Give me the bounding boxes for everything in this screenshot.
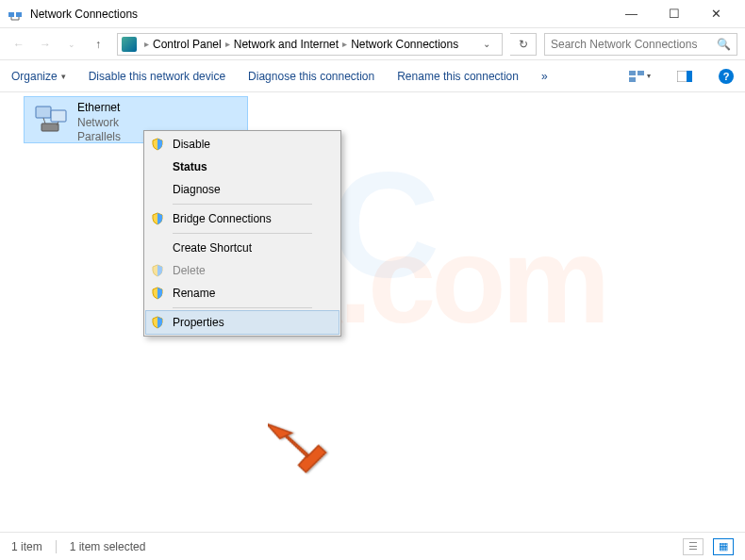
ctx-bridge[interactable]: Bridge Connections bbox=[146, 207, 339, 230]
command-bar: Organize▾ Disable this network device Di… bbox=[0, 60, 745, 92]
ctx-label: Disable bbox=[173, 138, 335, 151]
shield-icon bbox=[150, 137, 165, 152]
rename-button[interactable]: Rename this connection bbox=[397, 70, 519, 83]
crumb-network-internet[interactable]: Network and Internet bbox=[234, 38, 339, 51]
search-box[interactable]: 🔍 bbox=[544, 33, 737, 56]
details-view-button[interactable]: ☰ bbox=[683, 538, 704, 555]
svg-rect-10 bbox=[36, 107, 51, 118]
crumb-sep-icon: ▸ bbox=[342, 39, 347, 49]
shield-icon bbox=[150, 315, 165, 330]
back-button[interactable]: ← bbox=[8, 33, 30, 56]
location-icon bbox=[122, 37, 137, 52]
selected-count: 1 item selected bbox=[70, 540, 146, 553]
tiles-view-button[interactable]: ▦ bbox=[713, 538, 734, 555]
crumb-network-connections[interactable]: Network Connections bbox=[351, 38, 458, 51]
window-icon bbox=[8, 7, 23, 22]
close-button[interactable]: ✕ bbox=[695, 0, 737, 27]
svg-rect-12 bbox=[41, 124, 58, 131]
breadcrumb[interactable]: ▸ Control Panel ▸ Network and Internet ▸… bbox=[117, 33, 503, 56]
shield-icon bbox=[150, 211, 165, 226]
ctx-diagnose[interactable]: Diagnose bbox=[146, 178, 339, 201]
crumb-control-panel[interactable]: Control Panel bbox=[153, 38, 222, 51]
content-area: Ethernet Network Parallels Disable Statu… bbox=[0, 92, 745, 532]
context-menu: Disable Status Diagnose Bridge Connectio… bbox=[143, 130, 341, 337]
svg-rect-5 bbox=[629, 71, 636, 75]
ctx-shortcut[interactable]: Create Shortcut bbox=[146, 237, 339, 259]
separator bbox=[56, 540, 57, 553]
view-options-button[interactable]: ▾ bbox=[628, 65, 651, 88]
search-icon[interactable]: 🔍 bbox=[717, 38, 731, 51]
svg-line-13 bbox=[43, 118, 45, 124]
adapter-text: Ethernet Network Parallels bbox=[77, 101, 121, 139]
ctx-disable[interactable]: Disable bbox=[146, 133, 339, 156]
organize-menu[interactable]: Organize▾ bbox=[11, 70, 66, 83]
forward-button[interactable]: → bbox=[34, 33, 57, 56]
svg-rect-1 bbox=[16, 12, 22, 17]
address-bar-row: ← → ⌄ ↑ ▸ Control Panel ▸ Network and In… bbox=[0, 28, 745, 60]
svg-rect-6 bbox=[637, 71, 644, 75]
ctx-label: Diagnose bbox=[173, 183, 335, 196]
shield-icon bbox=[150, 263, 165, 278]
help-button[interactable]: ? bbox=[719, 69, 734, 84]
separator bbox=[173, 233, 312, 234]
ctx-status[interactable]: Status bbox=[146, 156, 339, 178]
crumb-sep-icon: ▸ bbox=[144, 39, 149, 49]
ctx-label: Status bbox=[173, 160, 335, 173]
maximize-button[interactable]: ☐ bbox=[653, 0, 695, 27]
item-count: 1 item bbox=[11, 540, 42, 553]
preview-pane-button[interactable] bbox=[673, 65, 696, 88]
svg-rect-7 bbox=[629, 77, 636, 82]
ctx-label: Create Shortcut bbox=[173, 241, 335, 255]
status-bar: 1 item 1 item selected ☰ ▦ bbox=[0, 532, 745, 560]
address-dropdown[interactable]: ⌄ bbox=[475, 33, 498, 56]
ctx-properties[interactable]: Properties bbox=[145, 310, 339, 335]
shield-icon bbox=[150, 286, 165, 301]
search-input[interactable] bbox=[551, 38, 717, 51]
adapter-name: Ethernet bbox=[77, 101, 121, 116]
up-button[interactable]: ↑ bbox=[87, 33, 109, 56]
ctx-rename[interactable]: Rename bbox=[146, 282, 339, 305]
window-title: Network Connections bbox=[30, 8, 610, 21]
recent-dropdown[interactable]: ⌄ bbox=[60, 33, 83, 56]
disable-device-button[interactable]: Disable this network device bbox=[89, 70, 225, 83]
window-controls: — ☐ ✕ bbox=[610, 0, 737, 27]
title-bar: Network Connections — ☐ ✕ bbox=[0, 0, 745, 28]
separator bbox=[173, 307, 312, 308]
refresh-button[interactable]: ↻ bbox=[510, 33, 537, 56]
ethernet-icon bbox=[32, 101, 70, 139]
minimize-button[interactable]: — bbox=[610, 0, 653, 27]
svg-rect-0 bbox=[8, 12, 14, 17]
overflow-button[interactable]: » bbox=[541, 70, 548, 83]
svg-rect-11 bbox=[51, 110, 66, 122]
ctx-label: Properties bbox=[173, 316, 335, 329]
ctx-delete: Delete bbox=[146, 259, 339, 282]
diagnose-button[interactable]: Diagnose this connection bbox=[248, 70, 374, 83]
adapter-device: Parallels bbox=[77, 130, 121, 145]
ctx-label: Rename bbox=[173, 287, 335, 300]
svg-rect-9 bbox=[687, 71, 692, 82]
adapter-status: Network bbox=[77, 116, 121, 131]
pointer-arrow-annotation bbox=[268, 404, 334, 482]
ctx-label: Bridge Connections bbox=[173, 212, 335, 225]
separator bbox=[173, 204, 312, 205]
ctx-label: Delete bbox=[173, 264, 335, 277]
crumb-sep-icon: ▸ bbox=[225, 39, 230, 49]
